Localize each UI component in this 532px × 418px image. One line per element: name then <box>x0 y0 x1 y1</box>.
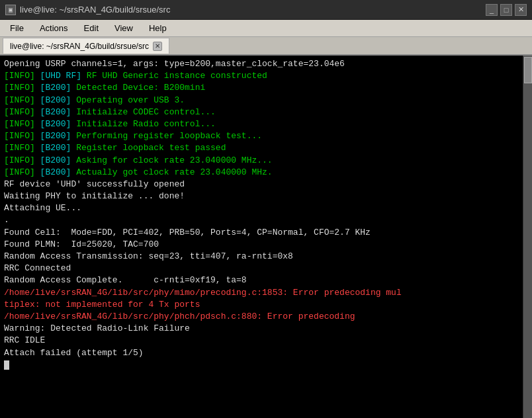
terminal-line: [INFO] [B200] Register loopback test pas… <box>4 142 519 154</box>
menu-help[interactable]: Help <box>142 21 174 35</box>
terminal-line: [INFO] [B200] Initialize Radio control..… <box>4 118 519 130</box>
terminal-cursor <box>4 360 9 370</box>
terminal-output[interactable]: Opening USRP channels=1, args: type=b200… <box>0 56 523 418</box>
terminal-line: tiplex: not implemented for 4 Tx ports <box>4 299 519 311</box>
terminal-cursor-line <box>4 359 519 371</box>
terminal-line: [INFO] [B200] Performing register loopba… <box>4 130 519 142</box>
scrollbar[interactable] <box>523 56 532 418</box>
tab-bar: live@live: ~/srsRAN_4G/build/srsue/src ✕ <box>0 37 532 56</box>
terminal-line: Found PLMN: Id=25020, TAC=700 <box>4 239 519 251</box>
terminal-line: RF device 'UHD' successfully opened <box>4 179 519 190</box>
terminal-line: [INFO] [UHD RF] RF UHD Generic instance … <box>4 70 519 82</box>
terminal-line: Attaching UE... <box>4 202 519 214</box>
terminal-line: Attach failed (attempt 1/5) <box>4 347 519 359</box>
menu-bar: File Actions Edit View Help <box>0 20 532 37</box>
terminal-line: [INFO] [B200] Asking for clock rate 23.0… <box>4 155 519 167</box>
scroll-thumb[interactable] <box>524 57 532 83</box>
terminal-line: RRC IDLE <box>4 335 519 347</box>
tab-close-button[interactable]: ✕ <box>153 42 162 51</box>
terminal-line: /home/live/srsRAN_4G/lib/src/phy/phch/pd… <box>4 311 519 323</box>
title-bar-left: ▣ live@live: ~/srsRAN_4G/build/srsue/src <box>5 5 170 15</box>
title-bar: ▣ live@live: ~/srsRAN_4G/build/srsue/src… <box>0 0 532 20</box>
menu-edit[interactable]: Edit <box>77 21 106 35</box>
tab-label: live@live: ~/srsRAN_4G/build/srsue/src <box>10 42 149 51</box>
terminal-line: . <box>4 214 519 226</box>
terminal-line: [INFO] [B200] Operating over USB 3. <box>4 95 519 106</box>
close-button[interactable]: ✕ <box>515 4 527 16</box>
terminal-icon: ▣ <box>5 5 16 15</box>
terminal-line: Warning: Detected Radio-Link Failure <box>4 323 519 335</box>
minimize-button[interactable]: _ <box>486 4 498 16</box>
terminal-wrapper: Opening USRP channels=1, args: type=b200… <box>0 56 532 418</box>
terminal-line: Random Access Complete. c-rnti=0xf19, ta… <box>4 274 519 286</box>
terminal-line: Found Cell: Mode=FDD, PCI=402, PRB=50, P… <box>4 227 519 239</box>
terminal-line: [INFO] [B200] Initialize CODEC control..… <box>4 106 519 118</box>
terminal-line: Waiting PHY to initialize ... done! <box>4 190 519 202</box>
maximize-button[interactable]: □ <box>500 4 512 16</box>
terminal-line: Random Access Transmission: seq=23, tti=… <box>4 251 519 263</box>
window-title: live@live: ~/srsRAN_4G/build/srsue/src <box>20 5 170 15</box>
menu-actions[interactable]: Actions <box>32 21 75 35</box>
terminal-line: [INFO] [B200] Actually got clock rate 23… <box>4 167 519 179</box>
menu-file[interactable]: File <box>3 21 31 35</box>
terminal-line: RRC Connected <box>4 263 519 274</box>
terminal-line: [INFO] [B200] Detected Device: B200mini <box>4 82 519 94</box>
terminal-line: /home/live/srsRAN_4G/lib/src/phy/mimo/pr… <box>4 287 519 299</box>
terminal-line: Opening USRP channels=1, args: type=b200… <box>4 58 519 70</box>
terminal-tab[interactable]: live@live: ~/srsRAN_4G/build/srsue/src ✕ <box>3 38 169 54</box>
window-controls[interactable]: _ □ ✕ <box>486 4 527 16</box>
menu-view[interactable]: View <box>107 21 140 35</box>
